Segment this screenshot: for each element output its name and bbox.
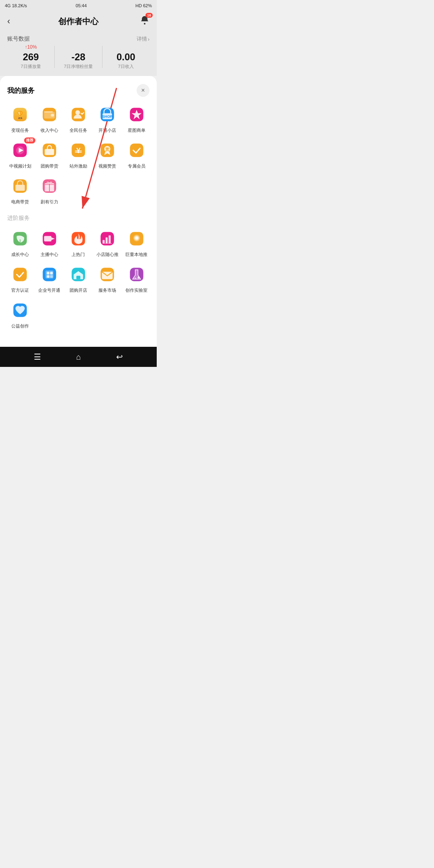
stat-value: 269 bbox=[7, 51, 54, 63]
stat-value: -28 bbox=[55, 51, 102, 63]
recommend-badge: 推荐 bbox=[24, 137, 35, 143]
service-item-guanfang[interactable]: 官方认证 bbox=[7, 264, 33, 293]
service-item-chuangzuo[interactable]: 创作实验室 bbox=[124, 264, 149, 293]
advanced-services-title: 进阶服务 bbox=[7, 215, 149, 222]
service-item-tuangou[interactable]: 团购带货 bbox=[36, 140, 62, 169]
service-item-tuangouopen[interactable]: 团购开店 bbox=[66, 264, 91, 293]
service-item-fuwu[interactable]: 服务市场 bbox=[94, 264, 120, 293]
stats-detail-link[interactable]: 详情 › bbox=[137, 35, 149, 43]
stats-row: ↑10% 269 7日播放量 -28 7日净增粉丝量 0.00 7日收入 bbox=[7, 44, 149, 70]
service-label-shangremen: 上热门 bbox=[72, 252, 85, 258]
page-title: 创作者中心 bbox=[58, 16, 98, 27]
service-icon-suixin bbox=[97, 228, 118, 249]
svg-rect-43 bbox=[106, 237, 108, 244]
service-icon-xingtupink bbox=[126, 104, 147, 125]
service-item-zhongshipin[interactable]: 推荐中视频计划 bbox=[7, 140, 33, 169]
svg-rect-37 bbox=[44, 236, 51, 241]
service-item-chengzhang[interactable]: 成长中心 bbox=[7, 228, 33, 258]
service-label-tuangou: 团购带货 bbox=[41, 163, 58, 169]
svg-rect-50 bbox=[14, 268, 27, 281]
stat-desc: 7日播放量 bbox=[7, 63, 54, 70]
close-button[interactable]: × bbox=[137, 84, 149, 97]
service-item-juyou[interactable]: 剧有引力 bbox=[36, 176, 62, 205]
status-right: HD 62% bbox=[135, 3, 152, 8]
svg-rect-7 bbox=[51, 114, 54, 117]
signal-text: 4G 18.2K/s bbox=[5, 3, 27, 8]
svg-rect-55 bbox=[47, 275, 49, 278]
stat-trend-empty bbox=[102, 44, 149, 51]
service-item-zhanzao[interactable]: ¥站外激励 bbox=[66, 140, 91, 169]
service-item-bianzian[interactable]: 🏆变现任务 bbox=[7, 104, 33, 133]
service-icon-chengzhang bbox=[10, 228, 31, 249]
svg-text:赏: 赏 bbox=[105, 147, 109, 151]
service-item-shangremen[interactable]: +上热门 bbox=[66, 228, 91, 258]
svg-rect-42 bbox=[103, 240, 105, 243]
service-label-zhubo: 主播中心 bbox=[41, 252, 58, 258]
svg-point-62 bbox=[137, 276, 139, 278]
service-label-juyou: 剧有引力 bbox=[41, 199, 58, 205]
stat-fans: -28 7日净增粉丝量 bbox=[55, 44, 102, 70]
service-item-quanmin[interactable]: 全民任务 bbox=[66, 104, 91, 133]
service-icon-gongyi bbox=[10, 300, 31, 321]
service-icon-tuangouopen bbox=[68, 264, 89, 285]
service-label-chengzhang: 成长中心 bbox=[11, 252, 29, 258]
service-label-zhanzao: 站外激励 bbox=[70, 163, 87, 169]
svg-rect-20 bbox=[45, 149, 54, 155]
service-item-dianshang[interactable]: 电商带货 bbox=[7, 176, 33, 205]
nav-menu-icon[interactable]: ☰ bbox=[34, 352, 41, 362]
service-item-shipinzan[interactable]: 赏视频赞赏 bbox=[94, 140, 120, 169]
service-icon-bianzian: 🏆 bbox=[10, 104, 31, 125]
my-services-title: 我的服务 bbox=[7, 86, 35, 95]
nav-home-icon[interactable]: ⌂ bbox=[76, 352, 81, 362]
advanced-services-grid: 成长中心主播中心+上热门小店随心推巨量本地推官方认证企业号开通团购开店服务市场创… bbox=[7, 228, 149, 329]
nav-back-icon[interactable]: ↩ bbox=[116, 352, 123, 362]
service-label-fuwu: 服务市场 bbox=[98, 287, 116, 293]
service-label-bianzian: 变现任务 bbox=[11, 127, 29, 133]
service-label-dianshang: 电商带货 bbox=[11, 199, 29, 205]
service-label-quanmin: 全民任务 bbox=[70, 127, 87, 133]
service-item-gongyi[interactable]: 公益创作 bbox=[7, 300, 33, 329]
svg-point-0 bbox=[144, 23, 145, 25]
header: ‹ 创作者中心 16 bbox=[0, 11, 157, 31]
main-card: 我的服务 × 🏆变现任务收入中心全民任务SHOP开通小店星图商单推荐中视频计划团… bbox=[0, 76, 157, 347]
stat-trend: ↑10% bbox=[7, 44, 54, 51]
svg-rect-8 bbox=[44, 111, 53, 113]
my-services-header: 我的服务 × bbox=[7, 84, 149, 97]
stat-value: 0.00 bbox=[102, 51, 149, 63]
service-label-shouru: 收入中心 bbox=[41, 127, 58, 133]
stats-header: 账号数据 详情 › bbox=[7, 35, 149, 43]
service-item-xingtupink[interactable]: 星图商单 bbox=[124, 104, 149, 133]
service-item-suixin[interactable]: 小店随心推 bbox=[94, 228, 120, 258]
service-label-kaitong: 开通小店 bbox=[98, 127, 116, 133]
stat-desc: 7日净增粉丝量 bbox=[55, 63, 102, 70]
service-item-zhuanshu[interactable]: 专属会员 bbox=[124, 140, 149, 169]
stats-bar: 账号数据 详情 › ↑10% 269 7日播放量 -28 7日净增粉丝量 0.0… bbox=[0, 31, 157, 76]
service-icon-shangremen: + bbox=[68, 228, 89, 249]
notification-badge: 16 bbox=[145, 13, 153, 18]
service-item-zhubo[interactable]: 主播中心 bbox=[36, 228, 62, 258]
service-item-qiyehao[interactable]: 企业号开通 bbox=[36, 264, 62, 293]
service-label-tuangouopen: 团购开店 bbox=[70, 287, 87, 293]
svg-point-49 bbox=[135, 237, 138, 240]
service-item-shouru[interactable]: 收入中心 bbox=[36, 104, 62, 133]
stats-label: 账号数据 bbox=[7, 35, 30, 43]
service-icon-guanfang bbox=[10, 264, 31, 285]
service-item-kaitong[interactable]: SHOP开通小店 bbox=[94, 104, 120, 133]
stat-income: 0.00 7日收入 bbox=[102, 44, 149, 70]
stat-trend-empty bbox=[55, 44, 102, 51]
svg-point-10 bbox=[75, 110, 80, 115]
svg-rect-26 bbox=[130, 143, 143, 157]
service-icon-tuangou bbox=[39, 140, 60, 161]
service-icon-dianshang bbox=[10, 176, 31, 197]
service-label-chuangzuo: 创作实验室 bbox=[125, 287, 147, 293]
service-item-juliang[interactable]: 巨量本地推 bbox=[124, 228, 149, 258]
service-label-suixin: 小店随心推 bbox=[96, 252, 119, 258]
stat-plays: ↑10% 269 7日播放量 bbox=[7, 44, 54, 70]
bell-button[interactable]: 16 bbox=[140, 15, 149, 27]
status-time: 05:44 bbox=[76, 3, 87, 8]
service-icon-juliang bbox=[126, 228, 147, 249]
back-button[interactable]: ‹ bbox=[7, 16, 10, 27]
bottom-nav: ☰ ⌂ ↩ bbox=[0, 347, 157, 367]
service-icon-zhubo bbox=[39, 228, 60, 249]
service-label-gongyi: 公益创作 bbox=[11, 323, 29, 329]
